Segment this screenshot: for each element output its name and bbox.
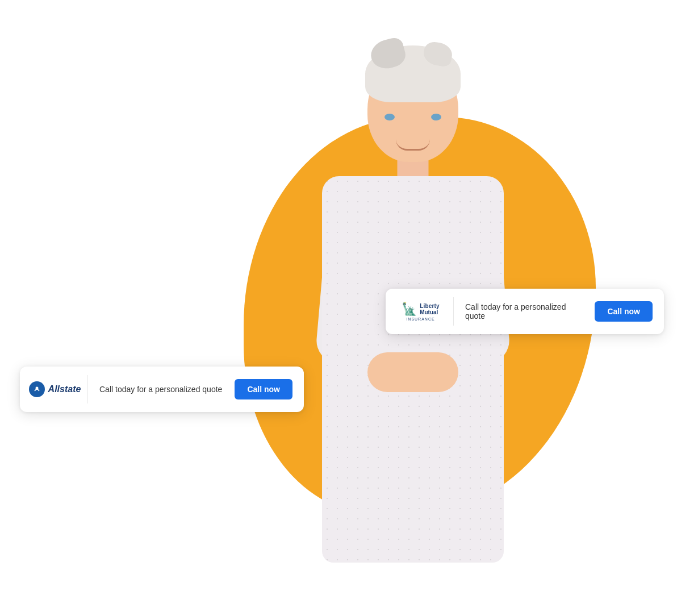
- liberty-mutual-name: Mutual: [420, 309, 440, 315]
- person-eyes: [384, 114, 441, 120]
- liberty-mutual-ad-card: 🗽 Liberty Mutual INSURANCE Call today fo…: [386, 289, 664, 334]
- person-eye-left: [384, 114, 395, 120]
- allstate-ad-card: Allstate Call today for a personalized q…: [20, 367, 304, 412]
- liberty-call-now-button[interactable]: Call now: [595, 301, 653, 322]
- main-scene: 🗽 Liberty Mutual INSURANCE Call today fo…: [0, 0, 698, 616]
- person-eye-right: [431, 114, 441, 120]
- liberty-insurance-label: INSURANCE: [406, 317, 434, 321]
- allstate-logo: Allstate: [31, 375, 88, 403]
- person-hair: [365, 45, 461, 102]
- liberty-ad-tagline: Call today for a personalized quote: [465, 302, 586, 321]
- svg-point-1: [35, 387, 38, 390]
- allstate-call-now-button[interactable]: Call now: [235, 379, 292, 399]
- liberty-brand-name: Liberty: [420, 303, 440, 309]
- liberty-torch-icon: 🗽: [402, 302, 417, 317]
- person-hands: [367, 352, 458, 392]
- person-smile: [396, 139, 430, 151]
- allstate-brand-name: Allstate: [48, 384, 81, 394]
- liberty-mutual-logo: 🗽 Liberty Mutual INSURANCE: [397, 297, 454, 326]
- allstate-ad-tagline: Call today for a personalized quote: [99, 385, 225, 394]
- allstate-icon: [29, 381, 45, 397]
